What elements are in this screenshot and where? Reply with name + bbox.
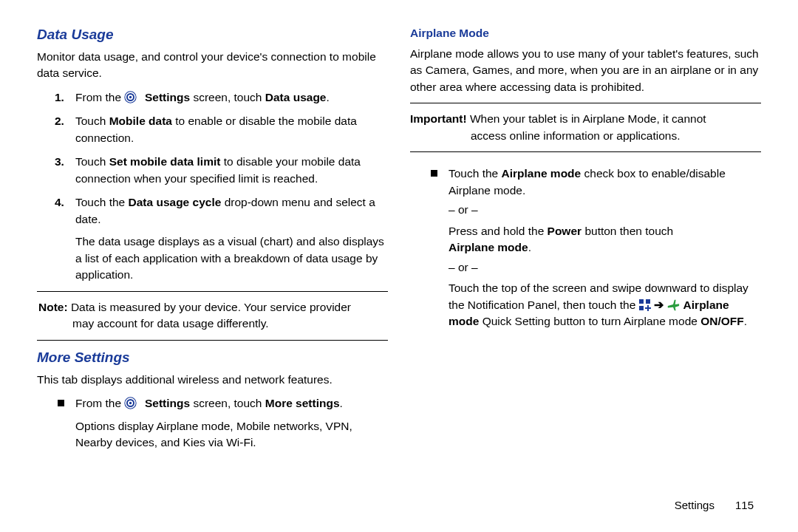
important-text: When your tablet is in Airplane Mode, it… xyxy=(467,112,706,125)
svg-point-2 xyxy=(129,96,132,98)
more-settings-heading: More Settings xyxy=(37,349,388,366)
step-number: 3. xyxy=(55,154,64,170)
step-2: 2. Touch Mobile data to enable or disabl… xyxy=(75,113,388,146)
bullet-line-3: Touch the top of the screen and swipe do… xyxy=(449,280,761,330)
rule xyxy=(410,103,761,103)
step-number: 4. xyxy=(55,194,64,211)
important-text-cont: access online information or application… xyxy=(410,128,761,144)
airplane-mode-heading: Airplane Mode xyxy=(410,27,761,40)
important-block: Important! When your tablet is in Airpla… xyxy=(410,111,761,144)
more-settings-bullet-para: Options display Airplane mode, Mobile ne… xyxy=(75,418,388,451)
step-text: Touch the Data usage cycle drop-down men… xyxy=(75,196,375,225)
notification-grid-icon xyxy=(639,299,651,311)
footer-page-number: 115 xyxy=(735,499,754,511)
step-1: 1. From the Settings screen, touch Data … xyxy=(75,89,388,106)
step-3: 3. Touch Set mobile data limit to disabl… xyxy=(75,154,388,187)
page-footer: Settings115 xyxy=(675,499,754,511)
manual-page: Data Usage Monitor data usage, and contr… xyxy=(0,0,798,532)
rule xyxy=(410,151,761,152)
important-label: Important! xyxy=(410,112,467,125)
settings-gear-icon xyxy=(124,91,137,103)
step-number: 1. xyxy=(55,89,64,106)
step-number: 2. xyxy=(55,113,64,129)
airplane-mode-intro: Airplane mode allows you to use many of … xyxy=(410,46,761,95)
note-text-cont: may account for data usage differently. xyxy=(38,316,388,332)
step-4-paragraph: The data usage displays as a visual (cha… xyxy=(75,233,388,283)
step-text: From the Settings screen, touch Data usa… xyxy=(75,91,330,103)
settings-gear-icon xyxy=(124,397,137,409)
arrow-right-icon: ➔ xyxy=(654,299,666,311)
data-usage-intro: Monitor data usage, and control your dev… xyxy=(37,49,388,82)
left-column: Data Usage Monitor data usage, and contr… xyxy=(37,27,388,517)
airplane-bullet: Touch the Airplane mode check box to ena… xyxy=(449,166,761,330)
more-settings-bullets: From the Settings screen, touch More set… xyxy=(37,395,388,451)
step-text: Touch Set mobile data limit to disable y… xyxy=(75,155,361,184)
or-separator: – or – xyxy=(449,202,761,218)
more-settings-intro: This tab displays additional wireless an… xyxy=(37,372,388,388)
data-usage-heading: Data Usage xyxy=(37,27,388,43)
note-text: Data is measured by your device. Your se… xyxy=(68,301,351,313)
bullet-text: From the Settings screen, touch More set… xyxy=(75,397,343,409)
bullet-line-2: Press and hold the Power button then tou… xyxy=(449,223,761,256)
step-4: 4. Touch the Data usage cycle drop-down … xyxy=(75,194,388,283)
data-usage-steps: 1. From the Settings screen, touch Data … xyxy=(37,89,388,284)
footer-section: Settings xyxy=(675,499,715,511)
right-column: Airplane Mode Airplane mode allows you t… xyxy=(410,27,761,517)
svg-point-5 xyxy=(129,402,132,404)
note-label: Note: xyxy=(38,301,68,313)
bullet-line-1: Touch the Airplane mode check box to ena… xyxy=(449,166,761,199)
rule xyxy=(37,291,388,292)
rule xyxy=(37,340,388,341)
or-separator: – or – xyxy=(449,259,761,276)
step-text: Touch Mobile data to enable or disable t… xyxy=(75,115,357,143)
more-settings-bullet: From the Settings screen, touch More set… xyxy=(75,395,388,451)
airplane-icon xyxy=(666,299,680,312)
note-block: Note: Data is measured by your device. Y… xyxy=(37,299,388,332)
airplane-bullets: Touch the Airplane mode check box to ena… xyxy=(410,166,761,330)
